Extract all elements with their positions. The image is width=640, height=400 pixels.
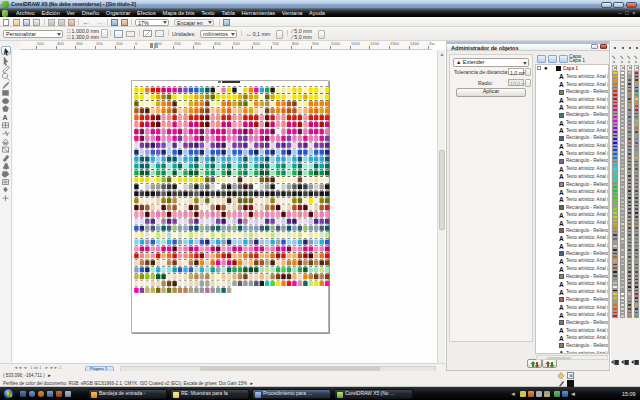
svg-text:A: A — [3, 114, 8, 121]
